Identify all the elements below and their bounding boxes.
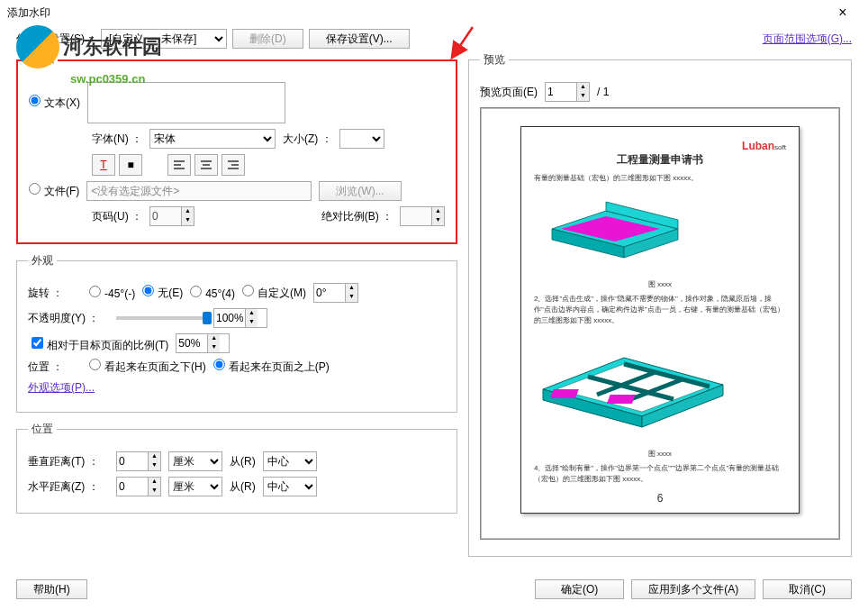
rotate-custom-radio[interactable]: 自定义(M) — [242, 285, 306, 301]
relative-scale-spinner[interactable]: ▲▼ — [176, 333, 230, 353]
position-label: 位置 ： — [28, 360, 82, 375]
hdist-from-label: 从(R) — [230, 479, 256, 495]
file-radio[interactable]: 文件(F) — [29, 183, 79, 199]
preview-page-label: 预览页面(E) — [480, 85, 538, 100]
help-button[interactable]: 帮助(H) — [16, 579, 87, 599]
hdist-unit-combo[interactable]: 厘米 — [168, 477, 222, 496]
abs-scale-label: 绝对比例(B) ： — [321, 209, 393, 224]
apply-multiple-button[interactable]: 应用到多个文件(A) — [631, 579, 755, 599]
page-number: 6 — [534, 492, 786, 505]
opacity-spinner[interactable]: ▲▼ — [213, 308, 267, 328]
site-watermark: 河东软件园 sw.pc0359.cn — [16, 25, 162, 68]
ok-button[interactable]: 确定(O) — [535, 579, 624, 599]
isometric-diagram-2 — [534, 335, 732, 434]
relative-scale-check[interactable]: 相对于目标页面的比例(T) — [28, 334, 168, 353]
rotate-label: 旋转 ： — [28, 286, 82, 301]
watermark-text-input[interactable] — [87, 82, 285, 123]
hdist-from-combo[interactable]: 中心 — [263, 477, 317, 496]
svg-rect-2 — [607, 395, 636, 404]
hdist-label: 水平距离(Z) ： — [28, 479, 109, 495]
underline-icon[interactable]: T — [92, 154, 115, 176]
window-title: 添加水印 — [7, 5, 825, 21]
page-number-label: 页码(U) ： — [92, 209, 142, 224]
vdist-from-label: 从(R) — [230, 454, 256, 469]
svg-rect-1 — [550, 389, 579, 398]
align-right-icon[interactable] — [222, 154, 245, 176]
document-page: Lubansoft 工程量测量申请书 有量的测量基础（宏包）的三维图形如下图 x… — [520, 126, 800, 514]
font-combo[interactable]: 宋体 — [149, 129, 276, 149]
vdist-spinner[interactable]: ▲▼ — [116, 451, 161, 471]
svg-line-0 — [456, 27, 473, 52]
rotate-neg45-radio[interactable]: -45°(-) — [89, 286, 135, 300]
appearance-legend: 外观 — [28, 253, 57, 269]
preview-legend: 预览 — [480, 52, 509, 68]
rotate-45-radio[interactable]: 45°(4) — [190, 286, 235, 300]
save-settings-button[interactable]: 保存设置(V)... — [309, 29, 410, 49]
rotate-custom-spinner[interactable]: ▲▼ — [313, 283, 358, 303]
size-label: 大小(Z) ： — [283, 132, 332, 147]
opacity-label: 不透明度(Y) ： — [28, 311, 109, 326]
color-icon[interactable]: ■ — [119, 154, 142, 176]
page-range-link[interactable]: 页面范围选项(G)... — [763, 32, 852, 47]
align-center-icon[interactable] — [194, 154, 218, 176]
preview-page-total: / 1 — [597, 86, 609, 98]
preview-canvas: Lubansoft 工程量测量申请书 有量的测量基础（宏包）的三维图形如下图 x… — [480, 107, 840, 540]
font-label: 字体(N) ： — [92, 132, 142, 147]
browse-button[interactable]: 浏览(W)... — [319, 181, 401, 201]
delete-button[interactable]: 删除(D) — [232, 29, 303, 49]
position-below-radio[interactable]: 看起来在页面之下(H) — [89, 359, 206, 375]
opacity-slider[interactable] — [116, 316, 206, 320]
position-above-radio[interactable]: 看起来在页面之上(P) — [213, 359, 330, 375]
isometric-diagram-1 — [534, 193, 696, 265]
text-radio[interactable]: 文本(X) — [29, 95, 80, 111]
abs-scale-spinner[interactable]: ▲▼ — [400, 206, 445, 226]
cancel-button[interactable]: 取消(C) — [763, 579, 852, 599]
preview-group: 预览 预览页面(E) ▲▼ / 1 Lubansoft 工程量测量申请书 有量的… — [468, 52, 852, 557]
page-number-spinner[interactable]: ▲▼ — [149, 206, 194, 226]
hdist-spinner[interactable]: ▲▼ — [116, 477, 161, 496]
appearance-options-link[interactable]: 外观选项(P)... — [28, 380, 95, 396]
annotation-arrow-icon — [450, 25, 477, 61]
location-legend: 位置 — [28, 422, 57, 437]
close-icon[interactable]: × — [825, 0, 861, 25]
preview-page-spinner[interactable]: ▲▼ — [545, 82, 590, 102]
size-combo[interactable] — [339, 129, 384, 149]
vdist-label: 垂直距离(T) ： — [28, 454, 109, 469]
file-path-input — [86, 181, 312, 201]
rotate-none-radio[interactable]: 无(E) — [142, 285, 183, 301]
align-left-icon[interactable] — [167, 154, 191, 176]
vdist-unit-combo[interactable]: 厘米 — [168, 451, 222, 471]
location-group: 位置 垂直距离(T) ： ▲▼ 厘米 从(R) 中心 水平距离(Z) ： ▲▼ … — [16, 422, 457, 514]
appearance-group: 外观 旋转 ： -45°(-) 无(E) 45°(4) 自定义(M) ▲▼ 不透… — [16, 253, 457, 413]
vdist-from-combo[interactable]: 中心 — [263, 451, 317, 471]
